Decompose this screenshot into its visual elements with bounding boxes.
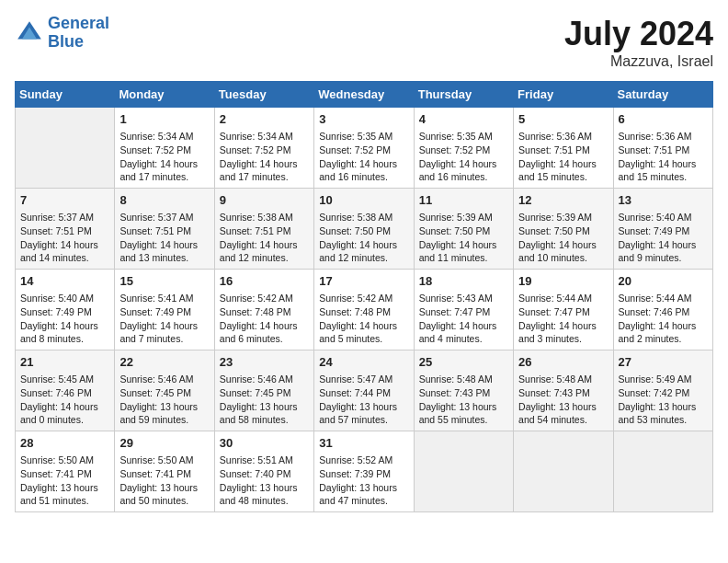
calendar-cell xyxy=(414,431,513,512)
page-header: General Blue July 2024 Mazzuva, Israel xyxy=(15,15,713,70)
day-info: Sunrise: 5:49 AM Sunset: 7:42 PM Dayligh… xyxy=(619,373,708,427)
day-info: Sunrise: 5:39 AM Sunset: 7:50 PM Dayligh… xyxy=(419,211,508,265)
logo-line1: General xyxy=(48,14,109,32)
calendar-week-row: 28Sunrise: 5:50 AM Sunset: 7:41 PM Dayli… xyxy=(16,431,713,512)
day-info: Sunrise: 5:39 AM Sunset: 7:50 PM Dayligh… xyxy=(518,211,608,265)
day-info: Sunrise: 5:48 AM Sunset: 7:43 PM Dayligh… xyxy=(419,373,508,427)
day-number: 6 xyxy=(619,111,708,128)
calendar-header: SundayMondayTuesdayWednesdayThursdayFrid… xyxy=(16,82,713,108)
day-number: 23 xyxy=(220,354,309,371)
calendar-cell: 15Sunrise: 5:41 AM Sunset: 7:49 PM Dayli… xyxy=(115,270,214,350)
day-number: 29 xyxy=(119,435,209,452)
calendar-cell: 20Sunrise: 5:44 AM Sunset: 7:46 PM Dayli… xyxy=(613,270,712,350)
day-number: 18 xyxy=(419,273,508,290)
weekday-row: SundayMondayTuesdayWednesdayThursdayFrid… xyxy=(16,82,713,108)
weekday-header: Thursday xyxy=(414,82,513,108)
logo-icon xyxy=(15,18,44,48)
calendar-cell: 16Sunrise: 5:42 AM Sunset: 7:48 PM Dayli… xyxy=(214,270,313,350)
calendar-table: SundayMondayTuesdayWednesdayThursdayFrid… xyxy=(15,81,713,512)
day-number: 26 xyxy=(518,354,608,371)
day-info: Sunrise: 5:44 AM Sunset: 7:47 PM Dayligh… xyxy=(518,292,608,346)
day-number: 31 xyxy=(319,435,408,452)
day-info: Sunrise: 5:40 AM Sunset: 7:49 PM Dayligh… xyxy=(619,211,708,265)
calendar-week-row: 7Sunrise: 5:37 AM Sunset: 7:51 PM Daylig… xyxy=(16,189,713,270)
weekday-header: Saturday xyxy=(613,82,712,108)
calendar-body: 1Sunrise: 5:34 AM Sunset: 7:52 PM Daylig… xyxy=(16,108,713,512)
calendar-cell: 4Sunrise: 5:35 AM Sunset: 7:52 PM Daylig… xyxy=(414,108,513,189)
logo-text: General Blue xyxy=(48,15,109,52)
day-info: Sunrise: 5:36 AM Sunset: 7:51 PM Dayligh… xyxy=(518,130,608,184)
calendar-cell: 14Sunrise: 5:40 AM Sunset: 7:49 PM Dayli… xyxy=(16,270,115,350)
day-info: Sunrise: 5:40 AM Sunset: 7:49 PM Dayligh… xyxy=(20,292,109,346)
calendar-cell xyxy=(514,431,613,512)
day-info: Sunrise: 5:37 AM Sunset: 7:51 PM Dayligh… xyxy=(119,211,209,265)
calendar-cell: 27Sunrise: 5:49 AM Sunset: 7:42 PM Dayli… xyxy=(613,350,712,431)
calendar-cell: 19Sunrise: 5:44 AM Sunset: 7:47 PM Dayli… xyxy=(514,270,613,350)
logo: General Blue xyxy=(15,15,109,52)
day-number: 8 xyxy=(119,192,209,209)
day-info: Sunrise: 5:38 AM Sunset: 7:51 PM Dayligh… xyxy=(220,211,309,265)
calendar-cell: 26Sunrise: 5:48 AM Sunset: 7:43 PM Dayli… xyxy=(514,350,613,431)
day-number: 15 xyxy=(119,273,209,290)
weekday-header: Friday xyxy=(514,82,613,108)
day-info: Sunrise: 5:47 AM Sunset: 7:44 PM Dayligh… xyxy=(319,373,408,427)
day-number: 3 xyxy=(319,111,408,128)
day-number: 20 xyxy=(619,273,708,290)
day-info: Sunrise: 5:50 AM Sunset: 7:41 PM Dayligh… xyxy=(119,454,209,508)
day-number: 28 xyxy=(20,435,109,452)
day-number: 11 xyxy=(419,192,508,209)
calendar-cell: 13Sunrise: 5:40 AM Sunset: 7:49 PM Dayli… xyxy=(613,189,712,270)
day-number: 2 xyxy=(220,111,309,128)
calendar-cell: 28Sunrise: 5:50 AM Sunset: 7:41 PM Dayli… xyxy=(16,431,115,512)
day-info: Sunrise: 5:46 AM Sunset: 7:45 PM Dayligh… xyxy=(119,373,209,427)
weekday-header: Wednesday xyxy=(314,82,414,108)
calendar-cell: 12Sunrise: 5:39 AM Sunset: 7:50 PM Dayli… xyxy=(514,189,613,270)
day-number: 12 xyxy=(518,192,608,209)
day-info: Sunrise: 5:42 AM Sunset: 7:48 PM Dayligh… xyxy=(220,292,309,346)
day-info: Sunrise: 5:41 AM Sunset: 7:49 PM Dayligh… xyxy=(119,292,209,346)
calendar-cell: 1Sunrise: 5:34 AM Sunset: 7:52 PM Daylig… xyxy=(115,108,214,189)
calendar-cell: 18Sunrise: 5:43 AM Sunset: 7:47 PM Dayli… xyxy=(414,270,513,350)
day-number: 22 xyxy=(119,354,209,371)
day-number: 24 xyxy=(319,354,408,371)
day-number: 25 xyxy=(419,354,508,371)
title-block: July 2024 Mazzuva, Israel xyxy=(564,15,713,70)
day-number: 17 xyxy=(319,273,408,290)
day-info: Sunrise: 5:52 AM Sunset: 7:39 PM Dayligh… xyxy=(319,454,408,508)
location: Mazzuva, Israel xyxy=(564,53,713,70)
day-info: Sunrise: 5:38 AM Sunset: 7:50 PM Dayligh… xyxy=(319,211,408,265)
day-number: 16 xyxy=(220,273,309,290)
month-year: July 2024 xyxy=(564,15,713,53)
calendar-cell: 30Sunrise: 5:51 AM Sunset: 7:40 PM Dayli… xyxy=(214,431,313,512)
day-info: Sunrise: 5:45 AM Sunset: 7:46 PM Dayligh… xyxy=(20,373,109,427)
calendar-cell: 24Sunrise: 5:47 AM Sunset: 7:44 PM Dayli… xyxy=(314,350,414,431)
calendar-cell: 25Sunrise: 5:48 AM Sunset: 7:43 PM Dayli… xyxy=(414,350,513,431)
calendar-cell: 29Sunrise: 5:50 AM Sunset: 7:41 PM Dayli… xyxy=(115,431,214,512)
day-info: Sunrise: 5:37 AM Sunset: 7:51 PM Dayligh… xyxy=(20,211,109,265)
calendar-cell: 2Sunrise: 5:34 AM Sunset: 7:52 PM Daylig… xyxy=(214,108,313,189)
day-info: Sunrise: 5:36 AM Sunset: 7:51 PM Dayligh… xyxy=(619,130,708,184)
calendar-cell: 23Sunrise: 5:46 AM Sunset: 7:45 PM Dayli… xyxy=(214,350,313,431)
calendar-cell: 10Sunrise: 5:38 AM Sunset: 7:50 PM Dayli… xyxy=(314,189,414,270)
day-info: Sunrise: 5:34 AM Sunset: 7:52 PM Dayligh… xyxy=(119,130,209,184)
day-number: 14 xyxy=(20,273,109,290)
day-number: 7 xyxy=(20,192,109,209)
calendar-cell: 7Sunrise: 5:37 AM Sunset: 7:51 PM Daylig… xyxy=(16,189,115,270)
calendar-cell: 6Sunrise: 5:36 AM Sunset: 7:51 PM Daylig… xyxy=(613,108,712,189)
day-number: 9 xyxy=(220,192,309,209)
day-number: 27 xyxy=(619,354,708,371)
day-info: Sunrise: 5:35 AM Sunset: 7:52 PM Dayligh… xyxy=(319,130,408,184)
calendar-week-row: 1Sunrise: 5:34 AM Sunset: 7:52 PM Daylig… xyxy=(16,108,713,189)
day-info: Sunrise: 5:48 AM Sunset: 7:43 PM Dayligh… xyxy=(518,373,608,427)
day-number: 30 xyxy=(220,435,309,452)
calendar-cell: 22Sunrise: 5:46 AM Sunset: 7:45 PM Dayli… xyxy=(115,350,214,431)
day-number: 21 xyxy=(20,354,109,371)
calendar-cell: 17Sunrise: 5:42 AM Sunset: 7:48 PM Dayli… xyxy=(314,270,414,350)
calendar-cell: 9Sunrise: 5:38 AM Sunset: 7:51 PM Daylig… xyxy=(214,189,313,270)
day-info: Sunrise: 5:34 AM Sunset: 7:52 PM Dayligh… xyxy=(220,130,309,184)
day-number: 10 xyxy=(319,192,408,209)
day-info: Sunrise: 5:50 AM Sunset: 7:41 PM Dayligh… xyxy=(20,454,109,508)
calendar-cell: 3Sunrise: 5:35 AM Sunset: 7:52 PM Daylig… xyxy=(314,108,414,189)
day-info: Sunrise: 5:35 AM Sunset: 7:52 PM Dayligh… xyxy=(419,130,508,184)
calendar-cell: 8Sunrise: 5:37 AM Sunset: 7:51 PM Daylig… xyxy=(115,189,214,270)
